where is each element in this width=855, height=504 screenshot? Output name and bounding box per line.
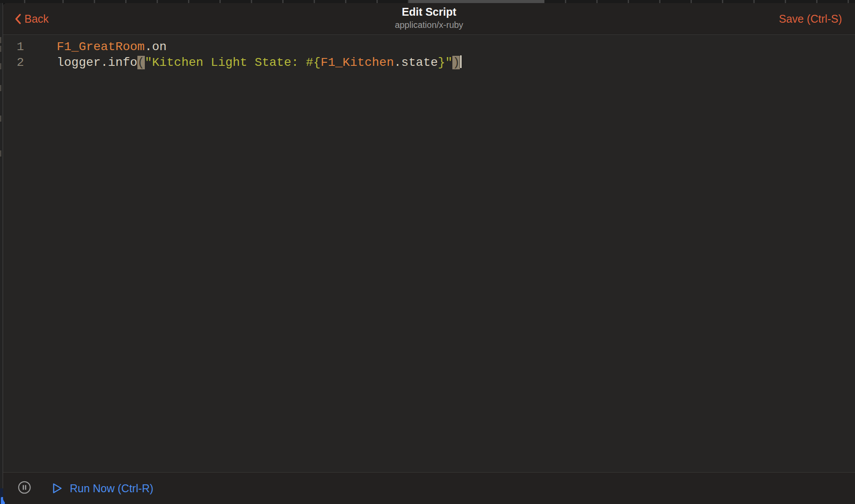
text-cursor <box>460 55 462 68</box>
edit-script-modal: Back Edit Script application/x-ruby Save… <box>3 3 855 504</box>
save-button[interactable]: Save (Ctrl-S) <box>779 13 842 25</box>
code-line-content: logger.info("Kitchen Light State: #{F1_K… <box>57 55 462 71</box>
code-token-plain: logger.info <box>57 56 137 69</box>
background-text-fragment <box>0 46 1 52</box>
background-window-left-edge <box>0 3 3 504</box>
screen: Back Edit Script application/x-ruby Save… <box>0 0 855 504</box>
background-text-fragment <box>0 85 1 91</box>
script-mime-type: application/x-ruby <box>3 20 855 30</box>
background-window-top-edge <box>0 0 855 3</box>
pause-icon <box>17 480 32 497</box>
code-token-plain: .state <box>394 56 438 69</box>
background-scrollbar-fragment <box>409 0 544 3</box>
code-line: 2logger.info("Kitchen Light State: #{F1_… <box>3 55 855 71</box>
title-block: Edit Script application/x-ruby <box>3 5 855 30</box>
code-editor[interactable]: 1F1_GreatRoom.on2logger.info("Kitchen Li… <box>3 35 855 472</box>
page-title: Edit Script <box>3 5 855 18</box>
background-text-fragment <box>0 116 1 122</box>
background-text-fragment <box>0 37 1 43</box>
modal-footer: Run Now (Ctrl-R) <box>3 472 855 504</box>
run-now-button[interactable]: Run Now (Ctrl-R) <box>52 482 154 495</box>
code-token-plain: .on <box>145 40 167 54</box>
background-text-fragment <box>0 150 1 157</box>
background-text-fragment <box>0 63 1 69</box>
line-number: 1 <box>3 39 24 55</box>
chevron-left-icon <box>14 13 21 24</box>
play-icon <box>52 482 63 494</box>
line-number: 2 <box>3 55 24 71</box>
modal-header: Back Edit Script application/x-ruby Save… <box>3 3 855 35</box>
code-token-bracket-match: ) <box>452 56 460 69</box>
code-line-content: F1_GreatRoom.on <box>57 39 167 55</box>
code-token-bracket-match: ( <box>137 56 145 69</box>
code-line: 1F1_GreatRoom.on <box>3 39 855 55</box>
code-lines: 1F1_GreatRoom.on2logger.info("Kitchen Li… <box>3 39 855 71</box>
pause-button[interactable] <box>17 481 32 496</box>
back-button[interactable]: Back <box>14 13 49 25</box>
code-token-string: "Kitchen Light State: #{ <box>145 56 321 69</box>
code-token-variable: F1_GreatRoom <box>57 40 145 54</box>
code-token-string: }" <box>438 56 453 69</box>
code-token-variable: F1_Kitchen <box>321 56 394 69</box>
run-now-label: Run Now (Ctrl-R) <box>70 482 154 495</box>
back-label: Back <box>24 13 49 25</box>
